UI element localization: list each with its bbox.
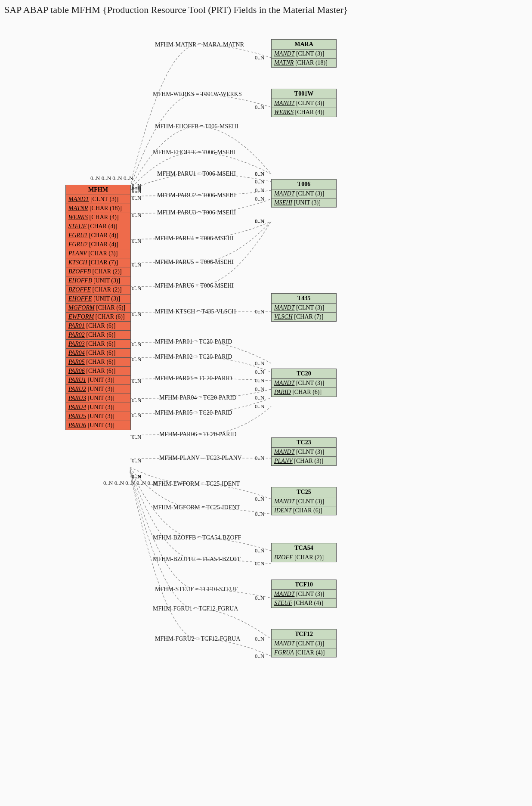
table-t435: T435MANDT [CLNT (3)]VLSCH [CHAR (7)] bbox=[271, 293, 337, 322]
cardinality-right: 0..N bbox=[255, 187, 264, 194]
cardinality-right: 0..N bbox=[255, 377, 264, 384]
table-tcf12: TCF12MANDT [CLNT (3)]FGRUA [CHAR (4)] bbox=[271, 629, 337, 657]
page-title: SAP ABAP table MFHM {Production Resource… bbox=[4, 4, 528, 16]
cardinality-left: 0..N bbox=[132, 457, 141, 464]
table-tc23: TC23MANDT [CLNT (3)]PLANV [CHAR (3)] bbox=[271, 437, 337, 466]
er-diagram: MFHM MANDT [CLNT (3)]MATNR [CHAR (18)]WE… bbox=[4, 20, 528, 803]
cardinality-right: 0..N bbox=[255, 104, 264, 111]
relation-label: MFHM-PAR01 = TC20-PARID bbox=[155, 338, 232, 345]
cardinality-right: 0..N bbox=[255, 636, 264, 642]
cardinality-right: 0..N bbox=[255, 394, 264, 401]
table-header: TCA54 bbox=[272, 543, 336, 553]
cardinality-left: 0..N bbox=[132, 261, 141, 268]
table-field: MGFORM [CHAR (6)] bbox=[66, 304, 130, 313]
relation-label: MFHM-PARU2 = T006-MSEHI bbox=[157, 192, 236, 199]
table-field: PARID [CHAR (6)] bbox=[272, 388, 336, 397]
cardinality-right: 0..N bbox=[255, 54, 264, 61]
cardinality-left: 0..N bbox=[132, 412, 141, 419]
cardinality-right: 0..N bbox=[255, 560, 264, 567]
cardinality-left: 0..N bbox=[132, 212, 141, 219]
relation-label: MFHM-EHOFFE = T006-MSEHI bbox=[153, 149, 236, 156]
table-field: KTSCH [CHAR (7)] bbox=[66, 258, 130, 267]
table-field: FGRU1 [CHAR (4)] bbox=[66, 231, 130, 240]
cardinality-left: 0..N bbox=[132, 195, 141, 202]
relation-label: MFHM-EWFORM = TC25-IDENT bbox=[153, 480, 240, 487]
cardinality-left: 0..N bbox=[132, 473, 141, 480]
table-header: TCF12 bbox=[272, 629, 336, 639]
cardinality-right: 0..N bbox=[255, 455, 264, 462]
table-field: MANDT [CLNT (3)] bbox=[66, 195, 130, 204]
table-field: STEUF [CHAR (4)] bbox=[272, 599, 336, 608]
relation-label: MFHM-KTSCH = T435-VLSCH bbox=[155, 308, 236, 315]
cardinality-left: 0..N bbox=[132, 397, 141, 404]
table-header: TC25 bbox=[272, 487, 336, 497]
table-field: BZOFFE [CHAR (2)] bbox=[66, 285, 130, 294]
table-field: PAR05 [CHAR (6)] bbox=[66, 358, 130, 367]
table-header: T001W bbox=[272, 89, 336, 99]
relation-label: MFHM-PAR04 = TC20-PARID bbox=[159, 394, 236, 401]
table-field: MATNR [CHAR (18)] bbox=[272, 59, 336, 67]
table-tc20: TC20MANDT [CLNT (3)]PARID [CHAR (6)] bbox=[271, 369, 337, 397]
table-field: STEUF [CHAR (4)] bbox=[66, 222, 130, 231]
table-tc25: TC25MANDT [CLNT (3)]IDENT [CHAR (6)] bbox=[271, 487, 337, 515]
table-field: PARU3 [UNIT (3)] bbox=[66, 394, 130, 403]
table-field: EHOFFE [UNIT (3)] bbox=[66, 294, 130, 304]
table-field: FGRUA [CHAR (4)] bbox=[272, 648, 336, 657]
table-field: MANDT [CLNT (3)] bbox=[272, 189, 336, 198]
cardinality-left: 0..N bbox=[132, 434, 141, 440]
table-field: BZOFFB [CHAR (2)] bbox=[66, 267, 130, 276]
relation-label: MFHM-FGRU1 = TCF12-FGRUA bbox=[153, 605, 238, 612]
cardinality-right: 0..N bbox=[255, 369, 264, 375]
table-field: PARU2 [UNIT (3)] bbox=[66, 385, 130, 394]
table-field: MANDT [CLNT (3)] bbox=[272, 304, 336, 313]
relation-label: MFHM-STEUF = TCF10-STEUF bbox=[155, 586, 238, 593]
table-field: PLANV [CHAR (3)] bbox=[272, 457, 336, 465]
table-field: PAR06 [CHAR (6)] bbox=[66, 367, 130, 376]
table-field: EHOFFB [UNIT (3)] bbox=[66, 276, 130, 285]
table-header: TC23 bbox=[272, 438, 336, 448]
relation-label: MFHM-EHOFFB = T006-MSEHI bbox=[155, 123, 238, 130]
table-header: T435 bbox=[272, 294, 336, 304]
table-field: EWFORM [CHAR (6)] bbox=[66, 313, 130, 322]
table-header: T006 bbox=[272, 180, 336, 189]
table-tca54: TCA54BZOFF [CHAR (2)] bbox=[271, 543, 337, 562]
table-field: MANDT [CLNT (3)] bbox=[272, 448, 336, 457]
table-field: MANDT [CLNT (3)] bbox=[272, 590, 336, 599]
table-field: PLANV [CHAR (3)] bbox=[66, 249, 130, 258]
cardinality-left: 0..N bbox=[132, 188, 141, 195]
relation-label: MFHM-PARU5 = T006-MSEHI bbox=[155, 259, 234, 266]
table-mara: MARAMANDT [CLNT (3)]MATNR [CHAR (18)] bbox=[271, 39, 337, 68]
cardinality-left: 0..N bbox=[132, 378, 141, 384]
cardinality-left: 0..N bbox=[132, 356, 141, 363]
relation-label: MFHM-PAR05 = TC20-PARID bbox=[155, 409, 232, 416]
table-t001w: T001WMANDT [CLNT (3)]WERKS [CHAR (4)] bbox=[271, 89, 337, 117]
table-header: TC20 bbox=[272, 369, 336, 379]
table-field: PARU1 [UNIT (3)] bbox=[66, 376, 130, 385]
table-field: PAR04 [CHAR (6)] bbox=[66, 349, 130, 358]
relation-label: MFHM-PARU4 = T006-MSEHI bbox=[155, 235, 234, 242]
cardinality-right: 0..N bbox=[255, 547, 264, 554]
cardinality-cluster-bottom: 0..N 0..N 0..N 0..N 0..N bbox=[103, 480, 157, 487]
table-field: MATNR [CHAR (18)] bbox=[66, 204, 130, 213]
table-header: MFHM bbox=[66, 185, 130, 195]
cardinality-right: 0..N bbox=[255, 170, 264, 177]
relation-label: MFHM-PLANV = TC23-PLANV bbox=[159, 455, 242, 462]
cardinality-right: 0..N bbox=[255, 595, 264, 601]
table-field: PARU4 [UNIT (3)] bbox=[66, 403, 130, 412]
cardinality-right: 0..N bbox=[255, 308, 264, 315]
cardinality-left: 0..N bbox=[132, 311, 141, 318]
table-field: WERKS [CHAR (4)] bbox=[66, 213, 130, 222]
table-field: MANDT [CLNT (3)] bbox=[272, 50, 336, 59]
table-field: MANDT [CLNT (3)] bbox=[272, 379, 336, 388]
cardinality-left: 0..N bbox=[132, 285, 141, 292]
table-field: MANDT [CLNT (3)] bbox=[272, 99, 336, 108]
relation-label: MFHM-BZOFFB = TCA54-BZOFF bbox=[153, 534, 241, 541]
table-field: BZOFF [CHAR (2)] bbox=[272, 553, 336, 562]
table-field: PAR03 [CHAR (6)] bbox=[66, 340, 130, 349]
relation-label: MFHM-PARU1 = T006-MSEHI bbox=[157, 170, 236, 177]
table-field: PARU6 [UNIT (3)] bbox=[66, 421, 130, 430]
cardinality-left: 0..N bbox=[132, 341, 141, 348]
table-field: MANDT [CLNT (3)] bbox=[272, 639, 336, 648]
cardinality-right: 0..N bbox=[255, 195, 264, 202]
cardinality-right: 0..N bbox=[255, 386, 264, 393]
